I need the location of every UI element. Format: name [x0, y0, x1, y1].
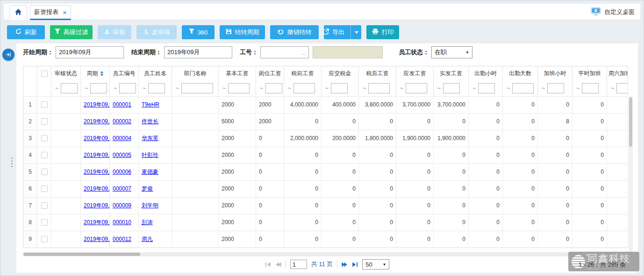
filter-employee-no[interactable] — [119, 83, 136, 93]
filter-audit-status[interactable] — [61, 83, 78, 93]
vertical-scrollbar[interactable] — [629, 96, 633, 252]
row-checkbox[interactable] — [41, 185, 48, 192]
name-link[interactable]: 佟世长 — [142, 118, 158, 125]
emp-link[interactable]: 000012 — [113, 236, 131, 242]
emp-link[interactable]: 000010 — [113, 219, 131, 226]
employee-status-select[interactable]: 在职 — [431, 46, 472, 58]
prev-page-button[interactable] — [275, 262, 281, 267]
period-link[interactable]: 2019年09月 — [84, 202, 110, 209]
row-checkbox[interactable] — [41, 236, 48, 242]
row-checkbox[interactable] — [41, 169, 48, 175]
filter-weekday-overtime[interactable] — [582, 83, 599, 93]
name-link[interactable]: 彭涛 — [142, 219, 153, 226]
filter-period[interactable] — [90, 83, 107, 93]
emp-link[interactable]: 000007 — [113, 185, 131, 192]
row-checkbox[interactable] — [41, 152, 48, 158]
customize-desktop-button[interactable]: 自定义桌面 — [591, 7, 635, 17]
name-link[interactable]: 刘学明 — [142, 202, 158, 209]
refresh-button[interactable]: 刷新 — [7, 25, 45, 39]
emp-link[interactable]: 000009 — [113, 202, 131, 209]
export-dropdown-button[interactable] — [351, 25, 362, 39]
end-period-input[interactable] — [164, 46, 232, 58]
filter-department[interactable] — [181, 83, 213, 93]
col-pretax-salary[interactable]: 税前工资 — [284, 66, 322, 81]
close-icon[interactable]: × — [63, 9, 67, 16]
filter-overtime-hours[interactable] — [547, 83, 564, 93]
filter-saturday-overtime[interactable] — [616, 83, 628, 93]
panel-drag-handle[interactable] — [11, 157, 13, 167]
col-base-salary[interactable]: 基本工资 — [219, 66, 256, 81]
next-page-button[interactable] — [342, 262, 348, 267]
row-checkbox[interactable] — [41, 118, 48, 125]
last-page-button[interactable] — [352, 262, 358, 267]
filter-base-salary[interactable] — [228, 83, 250, 93]
col-aftertax-salary[interactable]: 税后工资 — [359, 66, 396, 81]
col-post-salary[interactable]: 岗位工资 — [256, 66, 284, 81]
col-employee-name[interactable]: 员工姓名 — [139, 66, 172, 81]
audit-button[interactable]: 审核 — [98, 25, 131, 39]
page-number-input[interactable] — [290, 260, 307, 269]
period-link[interactable]: 2019年09月 — [84, 101, 110, 108]
start-period-input[interactable] — [56, 46, 124, 58]
period-link[interactable]: 2019年09月 — [84, 118, 110, 125]
col-weekday-overtime[interactable]: 平时加班 — [572, 66, 607, 81]
filter-aftertax-salary[interactable] — [368, 83, 390, 93]
col-employee-no[interactable]: 员工编号 — [110, 66, 139, 81]
name-link[interactable]: 麦德豪 — [142, 169, 158, 175]
emp-link[interactable]: 000006 — [113, 169, 131, 175]
print-button[interactable]: 打印 — [366, 25, 399, 39]
name-link[interactable]: 叶彩玲 — [142, 152, 158, 158]
filter-employee-name[interactable] — [148, 83, 165, 93]
page-size-select[interactable]: 50 — [362, 259, 389, 269]
sidebar-collapse-button[interactable] — [2, 49, 14, 61]
filter-360-button[interactable]: 360 — [182, 25, 215, 39]
row-checkbox[interactable] — [41, 219, 48, 226]
export-button[interactable]: 导出 — [324, 25, 361, 39]
row-checkbox[interactable] — [41, 135, 48, 142]
col-period[interactable]: 周期 — [81, 66, 110, 81]
horizontal-scrollbar[interactable] — [23, 252, 633, 256]
emp-link[interactable]: 000002 — [113, 118, 131, 125]
horizontal-scrollbar-thumb[interactable] — [23, 253, 140, 256]
sort-icon[interactable] — [100, 71, 104, 76]
col-overtime-hours[interactable]: 加班小时 — [538, 66, 572, 81]
lookup-ellipsis-icon[interactable]: … — [301, 50, 307, 56]
period-link[interactable]: 2019年09月 — [84, 185, 110, 192]
col-department[interactable]: 部门名称 — [172, 66, 219, 81]
emp-link[interactable]: 000001 — [113, 101, 131, 108]
emp-link[interactable]: 000004 — [113, 135, 131, 142]
period-link[interactable]: 2019年09月 — [84, 169, 110, 175]
name-link[interactable]: 罗俊 — [142, 185, 153, 192]
undo-carry-button[interactable]: 撤销结转 — [270, 25, 319, 39]
carry-period-button[interactable]: 结转周期 — [220, 25, 265, 39]
col-saturday-overtime[interactable]: 周六加班 — [607, 66, 628, 81]
filter-tax-payable[interactable] — [331, 83, 348, 93]
select-all-checkbox[interactable] — [41, 71, 48, 77]
first-page-button[interactable] — [265, 262, 271, 267]
name-link[interactable]: 华东英 — [142, 135, 158, 142]
col-tax-payable[interactable]: 应交税金 — [322, 66, 359, 81]
unaudit-button[interactable]: 反审核 — [136, 25, 177, 39]
row-checkbox[interactable] — [41, 101, 48, 108]
vertical-scrollbar-thumb[interactable] — [629, 97, 632, 147]
filter-post-salary[interactable] — [265, 83, 282, 93]
name-link[interactable]: T9eHR — [142, 101, 159, 108]
tab-home[interactable] — [9, 5, 27, 20]
emp-link[interactable]: 000005 — [113, 152, 131, 158]
col-attendance-hours[interactable]: 出勤小时 — [469, 66, 503, 81]
tab-salary-report[interactable]: 薪资报表 × — [30, 5, 71, 20]
period-link[interactable]: 2019年09月 — [84, 236, 110, 242]
filter-pretax-salary[interactable] — [293, 83, 315, 93]
advanced-filter-button[interactable]: 高级过滤 — [50, 25, 93, 39]
period-link[interactable]: 2019年09月 — [84, 152, 110, 158]
row-checkbox[interactable] — [41, 202, 48, 209]
col-payable-salary[interactable]: 应发工资 — [396, 66, 434, 81]
filter-attendance-hours[interactable] — [478, 83, 495, 93]
col-attendance-days[interactable]: 出勤天数 — [503, 66, 538, 81]
filter-attendance-days[interactable] — [512, 83, 534, 93]
filter-actual-salary[interactable] — [443, 83, 460, 93]
name-link[interactable]: 周凡 — [142, 236, 153, 242]
col-audit-status[interactable]: 审核状态 — [51, 66, 81, 81]
period-link[interactable]: 2019年09月 — [84, 135, 110, 142]
filter-payable-salary[interactable] — [406, 83, 427, 93]
